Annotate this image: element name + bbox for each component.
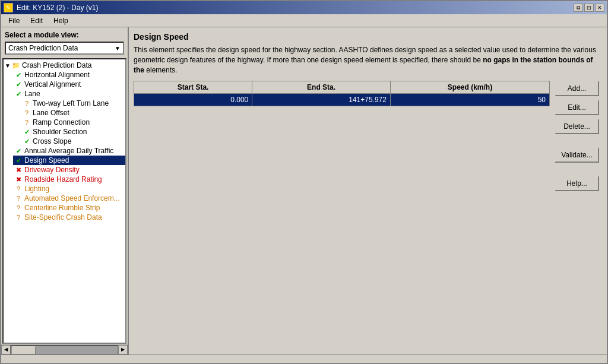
help-button[interactable]: Help... <box>555 176 599 191</box>
edit-button[interactable]: Edit... <box>555 100 599 115</box>
scroll-track[interactable] <box>11 345 118 354</box>
tree-item-shoulder-section[interactable]: ✔ Shoulder Section <box>21 127 125 137</box>
tree-toggle-icon[interactable]: ▼ <box>5 62 12 69</box>
title-bar-buttons: ⧉ ⊡ ✕ <box>574 4 604 12</box>
check-icon: ✔ <box>14 71 23 79</box>
menu-help[interactable]: Help <box>49 15 73 26</box>
chevron-down-icon: ▼ <box>115 45 121 52</box>
data-table: Start Sta. End Sta. Speed (km/h) 0.000 1… <box>134 81 550 106</box>
tree-item-lighting[interactable]: ? Lighting <box>13 184 125 194</box>
buttons-area: Add... Edit... Delete... Validate... Hel… <box>555 81 602 350</box>
error-icon: ✖ <box>14 166 23 174</box>
description-text: This element specifies the design speed … <box>134 45 602 75</box>
button-spacer-2 <box>555 166 602 172</box>
col-end-sta: End Sta. <box>252 81 391 94</box>
left-panel: Select a module view: Crash Prediction D… <box>1 27 129 354</box>
button-spacer <box>555 138 602 144</box>
maximize-button[interactable]: ⊡ <box>584 4 594 12</box>
app-icon: ✎ <box>4 3 13 12</box>
col-speed: Speed (km/h) <box>390 81 549 94</box>
scroll-thumb[interactable] <box>12 346 36 354</box>
check-icon: ✔ <box>14 156 23 164</box>
tree-item-ramp-connection[interactable]: ? Ramp Connection <box>21 118 125 127</box>
tree-container[interactable]: ▼ 📁 Crash Prediction Data ✔ Horizontal A… <box>2 58 126 344</box>
tree-item-lane-offset[interactable]: ? Lane Offset <box>21 108 125 118</box>
warn-icon: ? <box>14 213 23 221</box>
menu-file[interactable]: File <box>4 15 24 26</box>
tree-item-site-specific-crash[interactable]: ? Site-Specific Crash Data <box>13 213 125 222</box>
tree-item-roadside-hazard[interactable]: ✖ Roadside Hazard Rating <box>13 175 125 184</box>
module-dropdown[interactable]: Crash Prediction Data ▼ <box>5 42 124 55</box>
tree-item-lane[interactable]: ✔ Lane <box>13 89 125 99</box>
close-button[interactable]: ✕ <box>595 4 604 12</box>
tree-item-label: Lighting <box>24 185 49 193</box>
tree-item-vertical-alignment[interactable]: ✔ Vertical Alignment <box>13 80 125 89</box>
tree-item-design-speed[interactable]: ✔ Design Speed <box>13 156 125 165</box>
bold-text: no gaps in the station bounds of the <box>134 56 593 74</box>
folder-icon: 📁 <box>12 61 20 69</box>
tree-item-aadt[interactable]: ✔ Annual Average Daily Traffic <box>13 146 125 156</box>
content-area: Start Sta. End Sta. Speed (km/h) 0.000 1… <box>134 81 602 350</box>
tree-lane-children: ? Two-way Left Turn Lane ? Lane Offset ?… <box>13 99 125 146</box>
warn-icon: ? <box>23 118 31 126</box>
tree-item-label: Annual Average Daily Traffic <box>24 147 113 155</box>
tree-item-automated-speed[interactable]: ? Automated Speed Enforcem... <box>13 194 125 203</box>
module-view-label: Select a module view: <box>1 27 128 40</box>
section-title: Design Speed <box>134 32 602 42</box>
tree-item-label: Shoulder Section <box>33 128 87 136</box>
scroll-left-button[interactable]: ◀ <box>1 345 11 354</box>
check-icon: ✔ <box>14 147 23 155</box>
tree-item-label: Vertical Alignment <box>24 80 81 88</box>
menu-edit[interactable]: Edit <box>26 15 48 26</box>
tree-item-label: Driveway Density <box>24 166 80 174</box>
warn-icon: ? <box>14 204 23 212</box>
right-panel: Design Speed This element specifies the … <box>129 27 607 354</box>
col-start-sta: Start Sta. <box>134 81 252 94</box>
tree-item-label: Roadside Hazard Rating <box>24 175 102 183</box>
check-icon: ✔ <box>14 80 23 88</box>
tree-item-horizontal-alignment[interactable]: ✔ Horizontal Alignment <box>13 70 125 80</box>
tree-children: ✔ Horizontal Alignment ✔ Vertical Alignm… <box>4 70 125 222</box>
warn-icon: ? <box>14 194 23 202</box>
tree-item-label: Automated Speed Enforcem... <box>24 194 120 202</box>
check-icon: ✔ <box>23 128 31 136</box>
scroll-right-button[interactable]: ▶ <box>118 345 128 354</box>
warn-icon: ? <box>14 185 23 193</box>
error-icon: ✖ <box>14 175 23 183</box>
menu-bar: File Edit Help <box>1 14 607 27</box>
main-layout: Select a module view: Crash Prediction D… <box>1 27 607 354</box>
tree-item-centerline-rumble[interactable]: ? Centerline Rumble Strip <box>13 203 125 213</box>
check-icon: ✔ <box>23 137 31 145</box>
tree-item-label: Design Speed <box>24 156 69 164</box>
tree-root: ▼ 📁 Crash Prediction Data <box>4 61 125 70</box>
warn-icon: ? <box>23 99 31 107</box>
tree-item-label: Site-Specific Crash Data <box>24 213 102 221</box>
window-title: Edit: KY152 (2) - Day (v1) <box>17 4 98 12</box>
cell-speed: 50 <box>390 94 549 106</box>
tree-item-cross-slope[interactable]: ✔ Cross Slope <box>21 137 125 146</box>
cell-start-sta: 0.000 <box>134 94 252 106</box>
tree-item-driveway-density[interactable]: ✖ Driveway Density <box>13 165 125 175</box>
validate-button[interactable]: Validate... <box>555 147 599 163</box>
cell-end-sta: 141+75.972 <box>252 94 391 106</box>
bottom-bar <box>1 354 607 364</box>
tree-item-label: Lane Offset <box>33 109 69 117</box>
tree-item-label: Cross Slope <box>33 137 71 145</box>
module-dropdown-value: Crash Prediction Data <box>8 44 78 52</box>
table-area: Start Sta. End Sta. Speed (km/h) 0.000 1… <box>134 81 550 350</box>
tree-item-label: Lane <box>24 90 40 98</box>
tree-item-label: Two-way Left Turn Lane <box>33 99 109 107</box>
delete-button[interactable]: Delete... <box>555 119 599 134</box>
warn-icon: ? <box>23 109 31 117</box>
restore-button[interactable]: ⧉ <box>574 4 583 12</box>
tree-item-label: Horizontal Alignment <box>24 71 90 79</box>
table-row[interactable]: 0.000 141+75.972 50 <box>134 94 550 106</box>
tree-root-label: Crash Prediction Data <box>22 61 91 69</box>
title-bar: ✎ Edit: KY152 (2) - Day (v1) ⧉ ⊡ ✕ <box>1 1 607 14</box>
tree-item-label: Ramp Connection <box>33 118 90 126</box>
check-icon: ✔ <box>14 90 23 98</box>
add-button[interactable]: Add... <box>555 81 599 96</box>
tree-item-label: Centerline Rumble Strip <box>24 204 100 212</box>
horizontal-scrollbar[interactable]: ◀ ▶ <box>1 344 128 354</box>
tree-item-two-way-left-turn-lane[interactable]: ? Two-way Left Turn Lane <box>21 99 125 108</box>
